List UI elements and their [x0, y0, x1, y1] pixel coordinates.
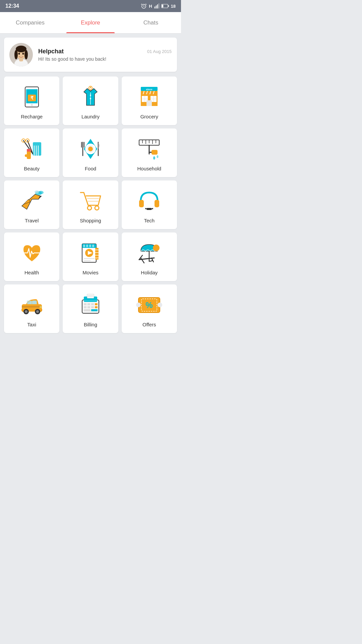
billing-label: Billing	[84, 322, 97, 327]
svg-text:store: store	[146, 88, 153, 91]
svg-rect-91	[92, 245, 94, 247]
svg-rect-115	[22, 306, 42, 308]
signal-icon	[154, 3, 160, 9]
tab-explore[interactable]: Explore	[60, 12, 121, 33]
health-icon	[18, 239, 45, 266]
taxi-icon	[18, 291, 45, 318]
grid-item-laundry[interactable]: Laundry	[63, 76, 118, 125]
food-label: Food	[85, 166, 96, 171]
grid-item-shopping[interactable]: Shopping	[63, 180, 118, 229]
household-label: Household	[137, 166, 161, 171]
grid-item-beauty[interactable]: Beauty	[4, 128, 59, 177]
nav-tabs: Companies Explore Chats	[0, 12, 181, 34]
svg-point-133	[136, 303, 141, 307]
tab-companies[interactable]: Companies	[0, 12, 60, 33]
beauty-label: Beauty	[24, 166, 40, 171]
health-label: Health	[24, 270, 39, 275]
shopping-icon	[77, 187, 104, 214]
grid-item-grocery[interactable]: store	[122, 76, 177, 125]
chat-name: Helpchat	[38, 48, 64, 55]
category-grid: ₹ Recharge	[4, 76, 177, 333]
svg-rect-4	[156, 5, 156, 8]
tech-label: Tech	[144, 218, 155, 223]
svg-point-134	[158, 303, 162, 307]
svg-rect-125	[91, 306, 94, 308]
svg-rect-80	[139, 200, 144, 207]
grid-item-movies[interactable]: Movies	[63, 232, 118, 281]
svg-point-28	[90, 87, 91, 88]
chat-info: Helpchat 01 Aug 2015 Hi! Its so good to …	[38, 48, 172, 62]
svg-point-15	[14, 50, 18, 59]
svg-rect-9	[162, 5, 163, 8]
alarm-icon	[141, 3, 147, 9]
svg-point-85	[152, 208, 153, 209]
svg-point-113	[36, 310, 39, 313]
svg-point-23	[31, 104, 33, 106]
svg-rect-123	[84, 306, 86, 308]
svg-point-16	[24, 50, 28, 59]
grocery-icon: store	[136, 84, 163, 110]
h-indicator: H	[149, 4, 152, 9]
svg-text:%: %	[146, 301, 153, 310]
grid-item-holiday[interactable]: Holiday	[122, 232, 177, 281]
svg-rect-108	[27, 301, 31, 304]
svg-point-75	[35, 191, 39, 193]
svg-rect-5	[157, 4, 158, 8]
svg-point-17	[18, 53, 20, 55]
grid-item-food[interactable]: Food	[63, 128, 118, 177]
svg-rect-119	[84, 303, 86, 305]
svg-rect-70	[152, 150, 158, 155]
svg-point-14	[16, 46, 26, 52]
svg-rect-122	[95, 303, 98, 305]
svg-point-76	[87, 206, 92, 210]
grid-item-household[interactable]: Household	[122, 128, 177, 177]
laundry-label: Laundry	[81, 114, 100, 119]
svg-rect-52	[27, 151, 31, 159]
svg-point-71	[153, 156, 155, 160]
grid-item-health[interactable]: Health	[4, 232, 59, 281]
grocery-label: Grocery	[140, 114, 158, 119]
svg-rect-126	[95, 306, 98, 308]
holiday-icon	[136, 239, 163, 266]
svg-rect-6	[158, 3, 159, 8]
grid-item-travel[interactable]: Travel	[4, 180, 59, 229]
svg-rect-121	[91, 303, 94, 305]
svg-point-84	[148, 209, 150, 210]
tech-icon	[136, 187, 163, 214]
holiday-label: Holiday	[141, 270, 158, 275]
avatar	[9, 43, 33, 66]
svg-point-25	[90, 95, 91, 96]
svg-rect-120	[87, 303, 90, 305]
svg-point-102	[153, 245, 160, 251]
svg-point-77	[95, 206, 99, 210]
household-icon	[136, 136, 163, 162]
svg-rect-39	[146, 100, 152, 106]
main-content: Helpchat 01 Aug 2015 Hi! Its so good to …	[0, 34, 181, 337]
grid-item-billing[interactable]: Billing	[63, 284, 118, 333]
status-time: 12:34	[5, 3, 19, 9]
svg-rect-89	[86, 245, 88, 247]
svg-text:₹: ₹	[30, 95, 33, 101]
offers-icon: %	[136, 291, 163, 318]
grid-item-tech[interactable]: Tech	[122, 180, 177, 229]
status-bar: 12:34 H 18	[0, 0, 181, 12]
svg-point-54	[25, 154, 27, 157]
svg-rect-128	[91, 309, 98, 311]
travel-icon	[18, 187, 45, 214]
battery-icon	[162, 4, 169, 8]
svg-line-1	[141, 4, 142, 5]
svg-rect-124	[87, 306, 90, 308]
svg-rect-129	[87, 294, 94, 298]
tab-chats[interactable]: Chats	[121, 12, 181, 33]
grid-item-taxi[interactable]: Taxi	[4, 284, 59, 333]
battery-level: 18	[171, 4, 176, 9]
chat-message: Hi! Its so good to have you back!	[38, 56, 172, 62]
chat-card[interactable]: Helpchat 01 Aug 2015 Hi! Its so good to …	[4, 38, 177, 72]
food-icon	[77, 136, 104, 162]
recharge-label: Recharge	[21, 114, 43, 119]
status-icons: H 18	[141, 3, 176, 9]
svg-rect-90	[89, 245, 91, 247]
svg-rect-53	[27, 149, 31, 152]
grid-item-recharge[interactable]: ₹ Recharge	[4, 76, 59, 125]
grid-item-offers[interactable]: % Offers	[122, 284, 177, 333]
